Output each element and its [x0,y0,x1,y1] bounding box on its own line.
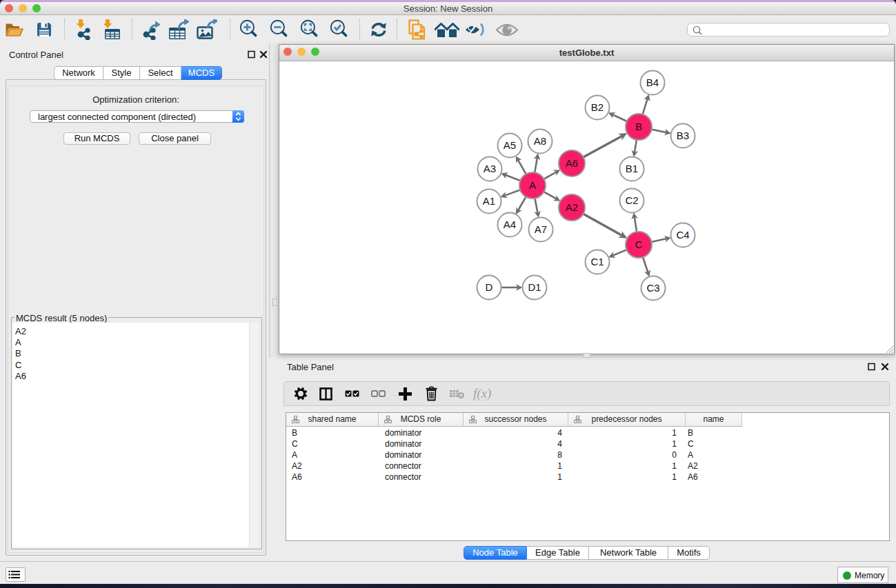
svg-text:A2: A2 [566,201,578,213]
svg-text:B: B [635,121,642,132]
svg-text:D: D [486,281,493,293]
svg-text:A3: A3 [484,163,496,174]
svg-text:A8: A8 [534,135,546,147]
svg-text:A1: A1 [483,195,495,207]
svg-text:A4: A4 [504,219,516,230]
svg-text:B2: B2 [591,101,604,113]
svg-text:B4: B4 [646,77,659,88]
svg-text:C1: C1 [590,256,604,267]
svg-text:C2: C2 [625,194,638,206]
svg-text:B3: B3 [677,130,689,141]
svg-text:C3: C3 [646,282,659,294]
svg-text:A7: A7 [535,223,547,235]
svg-text:C4: C4 [676,229,689,241]
svg-text:A: A [529,179,536,191]
svg-text:A6: A6 [566,157,578,169]
svg-text:C: C [635,239,643,250]
svg-text:B1: B1 [626,163,638,174]
svg-text:D1: D1 [528,281,541,293]
svg-text:A5: A5 [504,139,516,151]
